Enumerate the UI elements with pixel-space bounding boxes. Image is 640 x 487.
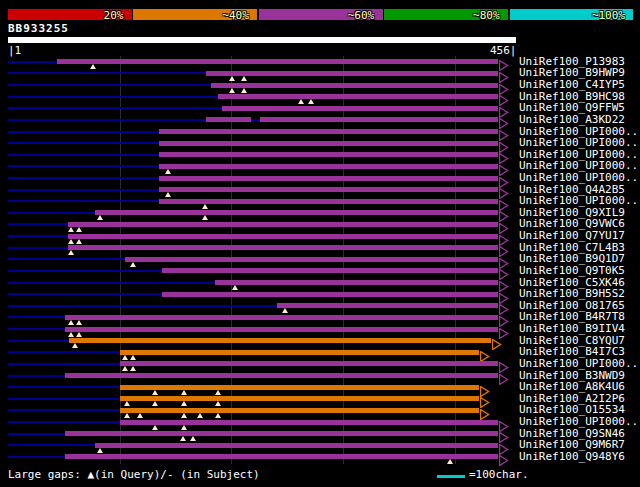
alignment-bar[interactable]: [120, 420, 498, 425]
alignment-bar[interactable]: [218, 94, 498, 99]
gap-marker-icon: [308, 99, 314, 104]
gap-marker-icon: [76, 239, 82, 244]
alignment-arrowhead-icon: [499, 358, 509, 369]
alignment-arrowhead-icon: [499, 138, 509, 149]
alignment-arrowhead-icon: [499, 300, 509, 311]
alignment-arrowhead-icon: [499, 161, 509, 172]
gap-marker-icon: [197, 413, 203, 418]
identity-key-label: ~100%: [549, 10, 625, 21]
gap-marker-icon: [165, 192, 171, 197]
gap-marker-icon: [76, 320, 82, 325]
alignment-arrowhead-icon: [499, 451, 509, 462]
alignment-bar[interactable]: [222, 106, 498, 111]
alignment-bar[interactable]: [65, 327, 498, 332]
alignment-bar[interactable]: [260, 117, 498, 122]
alignment-bar[interactable]: [206, 117, 252, 122]
identity-key-label: ~80%: [424, 10, 500, 21]
alignment-arrowhead-icon: [480, 382, 490, 393]
gap-marker-icon: [190, 436, 196, 441]
gap-marker-icon: [241, 76, 247, 81]
subject-label[interactable]: UniRef100_Q948Y6: [519, 451, 625, 463]
alignment-bar[interactable]: [211, 83, 498, 88]
ruler-end-label: 456|: [490, 45, 517, 56]
alignment-bar[interactable]: [68, 234, 498, 239]
alignment-arrowhead-icon: [499, 324, 509, 335]
gap-marker-icon: [68, 320, 74, 325]
alignment-arrowhead-icon: [499, 370, 509, 381]
gap-marker-icon: [181, 401, 187, 406]
gap-marker-icon: [90, 64, 96, 69]
alignment-bar[interactable]: [125, 257, 498, 262]
gap-marker-icon: [180, 436, 186, 441]
alignment-bar[interactable]: [57, 59, 498, 64]
alignment-bar[interactable]: [159, 152, 498, 157]
alignment-bar[interactable]: [159, 164, 498, 169]
alignment-arrowhead-icon: [499, 149, 509, 160]
alignment-bar[interactable]: [215, 280, 499, 285]
alignment-bar[interactable]: [120, 361, 498, 366]
gap-marker-icon: [130, 262, 136, 267]
alignment-bar[interactable]: [206, 71, 499, 76]
alignment-bar[interactable]: [65, 454, 498, 459]
alignment-bar[interactable]: [65, 315, 498, 320]
alignment-bar[interactable]: [95, 210, 498, 215]
gap-marker-icon: [181, 425, 187, 430]
alignment-bar[interactable]: [120, 385, 480, 390]
alignment-bar[interactable]: [159, 176, 498, 181]
alignment-bar[interactable]: [159, 187, 498, 192]
alignment-arrowhead-icon: [492, 335, 502, 346]
alignment-arrowhead-icon: [499, 312, 509, 323]
gap-marker-icon: [215, 413, 221, 418]
scale-legend-text: =100char.: [469, 469, 529, 481]
alignment-bar[interactable]: [120, 350, 480, 355]
alignment-arrowhead-icon: [499, 289, 509, 300]
gap-marker-icon: [282, 308, 288, 313]
gap-marker-icon: [181, 413, 187, 418]
alignment-arrowhead-icon: [499, 80, 509, 91]
alignment-bar[interactable]: [69, 338, 491, 343]
alignment-bar[interactable]: [277, 303, 498, 308]
gap-marker-icon: [122, 366, 128, 371]
gap-marker-icon: [202, 204, 208, 209]
alignment-bar[interactable]: [162, 268, 498, 273]
gap-marker-icon: [215, 390, 221, 395]
alignment-arrowhead-icon: [499, 428, 509, 439]
gap-marker-icon: [122, 355, 128, 360]
alignment-arrowhead-icon: [480, 405, 490, 416]
alignment-arrowhead-icon: [499, 196, 509, 207]
alignment-arrowhead-icon: [499, 207, 509, 218]
alignment-bar[interactable]: [65, 431, 498, 436]
alignment-arrowhead-icon: [499, 114, 509, 125]
gap-marker-icon: [152, 390, 158, 395]
alignment-arrowhead-icon: [499, 184, 509, 195]
alignment-bar[interactable]: [95, 443, 498, 448]
alignment-bar[interactable]: [68, 245, 498, 250]
gap-marker-icon: [202, 215, 208, 220]
gap-marker-icon: [124, 401, 130, 406]
alignment-bar[interactable]: [120, 408, 480, 413]
gap-marker-icon: [68, 250, 74, 255]
alignment-bar[interactable]: [120, 396, 480, 401]
gap-marker-icon: [124, 413, 130, 418]
alignment-arrowhead-icon: [499, 173, 509, 184]
alignment-bar[interactable]: [159, 129, 498, 134]
alignment-bar[interactable]: [162, 292, 498, 297]
alignment-bar[interactable]: [159, 141, 498, 146]
alignment-bar[interactable]: [68, 222, 498, 227]
alignment-arrowhead-icon: [499, 242, 509, 253]
alignment-arrowhead-icon: [499, 277, 509, 288]
gap-marker-icon: [152, 401, 158, 406]
identity-key-label: ~40%: [173, 10, 249, 21]
alignment-arrowhead-icon: [499, 417, 509, 428]
gap-marker-icon: [229, 76, 235, 81]
gap-marker-icon: [76, 332, 82, 337]
alignment-arrowhead-icon: [499, 440, 509, 451]
gap-marker-icon: [298, 99, 304, 104]
gap-marker-icon: [68, 332, 74, 337]
query-bar: [8, 37, 516, 43]
alignment-bar[interactable]: [65, 373, 498, 378]
query-name: BB933255: [8, 23, 69, 35]
gap-marker-icon: [165, 169, 171, 174]
alignment-bar[interactable]: [159, 199, 498, 204]
gap-marker-icon: [241, 88, 247, 93]
